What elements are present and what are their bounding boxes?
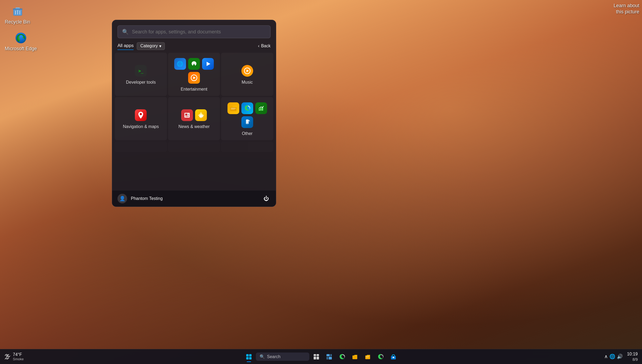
music-player-icon bbox=[241, 65, 253, 77]
developer-tools-label: Developer tools bbox=[126, 80, 156, 85]
svg-rect-51 bbox=[366, 357, 369, 358]
learn-picture-button[interactable]: Learn about this picture bbox=[614, 3, 639, 15]
start-menu: 🔍 All apps Category ▾ ‹ Back >_ Develope… bbox=[112, 20, 276, 207]
taskbar-files-button[interactable] bbox=[349, 351, 361, 363]
maps-icon bbox=[135, 109, 147, 121]
svg-rect-35 bbox=[246, 123, 248, 123]
toolbar: All apps Category ▾ ‹ Back bbox=[112, 42, 276, 50]
svg-point-8 bbox=[192, 62, 193, 64]
start-button[interactable] bbox=[243, 351, 255, 363]
category-row-1: >_ Developer tools 🌐 bbox=[115, 53, 273, 96]
groove-music-icon bbox=[202, 58, 214, 70]
system-tray: ∧ 🌐 🔊 10:19 8/9 bbox=[604, 351, 638, 362]
svg-rect-53 bbox=[393, 357, 394, 358]
category-placeholder-2[interactable] bbox=[168, 141, 220, 152]
svg-rect-43 bbox=[317, 357, 319, 359]
svg-rect-36 bbox=[246, 354, 249, 357]
category-row-3 bbox=[115, 141, 273, 152]
task-view-button[interactable] bbox=[310, 351, 322, 363]
terminal-icon: >_ bbox=[135, 65, 147, 77]
svg-rect-19 bbox=[188, 114, 189, 114]
svg-rect-44 bbox=[326, 354, 330, 356]
music-label: Music bbox=[242, 80, 253, 85]
svg-rect-40 bbox=[314, 354, 316, 356]
svg-rect-30 bbox=[231, 109, 235, 110]
svg-rect-39 bbox=[249, 357, 252, 359]
taskbar-search-button[interactable]: 🔍 Search bbox=[256, 351, 309, 363]
chevron-left-icon: ‹ bbox=[258, 44, 259, 48]
svg-rect-29 bbox=[231, 108, 236, 109]
taskbar-store-button[interactable] bbox=[388, 351, 399, 363]
svg-rect-45 bbox=[330, 354, 332, 356]
category-news-weather[interactable]: News & weather bbox=[168, 97, 220, 140]
svg-rect-47 bbox=[329, 357, 332, 359]
svg-rect-32 bbox=[260, 108, 261, 111]
xbox-icon bbox=[188, 58, 200, 70]
svg-rect-38 bbox=[246, 357, 249, 359]
taskbar: 🌫 74°F Smoke 🔍 Search bbox=[0, 349, 642, 364]
category-row-2: Navigation & maps bbox=[115, 97, 273, 140]
tray-expand-icon[interactable]: ∧ bbox=[604, 354, 608, 359]
weather-widget[interactable]: 🌫 74°F Smoke bbox=[4, 352, 24, 361]
connect-icon bbox=[241, 116, 253, 128]
clock-time: 10:19 bbox=[627, 351, 638, 357]
svg-point-9 bbox=[195, 62, 196, 64]
start-footer: 👤 Phantom Testing ⏻ bbox=[112, 190, 276, 207]
back-button[interactable]: ‹ Back bbox=[258, 44, 271, 48]
clock-date: 8/9 bbox=[627, 357, 638, 362]
system-clock[interactable]: 10:19 8/9 bbox=[627, 351, 638, 362]
apps-grid: >_ Developer tools 🌐 bbox=[112, 53, 276, 190]
search-input[interactable] bbox=[132, 29, 266, 35]
search-icon: 🔍 bbox=[122, 29, 129, 35]
category-entertainment[interactable]: 🌐 bbox=[168, 53, 220, 96]
category-placeholder-1[interactable] bbox=[115, 141, 167, 152]
media-player-icon bbox=[188, 72, 200, 84]
category-placeholder-3[interactable] bbox=[221, 141, 273, 152]
user-name: Phantom Testing bbox=[131, 196, 262, 201]
edge-label: Microsoft Edge bbox=[5, 46, 37, 52]
weather-temp: 74°F bbox=[13, 352, 24, 357]
tray-icons: ∧ 🌐 🔊 bbox=[604, 354, 623, 359]
money-icon bbox=[255, 102, 267, 114]
search-icon-taskbar: 🔍 bbox=[260, 354, 265, 359]
recycle-bin-label: Recycle Bin bbox=[5, 19, 30, 25]
category-other[interactable]: Other bbox=[221, 97, 273, 140]
tray-network-icon[interactable]: 🌐 bbox=[609, 354, 615, 359]
edge-image bbox=[14, 32, 27, 44]
svg-marker-14 bbox=[246, 69, 249, 72]
power-button[interactable]: ⏻ bbox=[262, 194, 271, 203]
search-bar[interactable]: 🔍 bbox=[117, 25, 271, 38]
tray-volume-icon[interactable]: 🔊 bbox=[617, 354, 623, 359]
taskbar-center: 🔍 Search bbox=[243, 351, 399, 363]
xbox-browser-icon: 🌐 bbox=[174, 58, 186, 70]
all-apps-button[interactable]: All apps bbox=[117, 42, 134, 50]
weather-icon bbox=[195, 109, 207, 121]
svg-rect-41 bbox=[317, 354, 319, 356]
recycle-bin-image bbox=[11, 5, 24, 18]
recycle-bin-icon[interactable]: Recycle Bin bbox=[3, 3, 32, 27]
news-weather-label: News & weather bbox=[178, 124, 210, 129]
file-explorer-icon bbox=[227, 102, 239, 114]
category-developer-tools[interactable]: >_ Developer tools bbox=[115, 53, 167, 96]
taskbar-edge-variant-button[interactable] bbox=[375, 351, 386, 363]
svg-point-27 bbox=[199, 115, 202, 118]
svg-rect-50 bbox=[366, 356, 369, 357]
edge-icon bbox=[241, 102, 253, 114]
svg-rect-46 bbox=[326, 357, 328, 359]
svg-rect-31 bbox=[259, 109, 260, 111]
taskbar-explorer-button[interactable] bbox=[362, 351, 374, 363]
svg-rect-2 bbox=[13, 9, 22, 10]
other-label: Other bbox=[242, 131, 253, 136]
svg-rect-18 bbox=[185, 116, 189, 117]
category-navigation[interactable]: Navigation & maps bbox=[115, 97, 167, 140]
edge-desktop-icon[interactable]: Microsoft Edge bbox=[3, 29, 39, 54]
user-avatar[interactable]: 👤 bbox=[117, 194, 127, 203]
svg-point-15 bbox=[140, 113, 142, 115]
taskbar-edge-button[interactable] bbox=[336, 351, 348, 363]
svg-rect-48 bbox=[352, 355, 357, 359]
category-button[interactable]: Category ▾ bbox=[137, 42, 165, 50]
widgets-button[interactable] bbox=[323, 351, 335, 363]
taskbar-search-bar[interactable]: 🔍 Search bbox=[256, 353, 309, 361]
svg-rect-17 bbox=[185, 114, 187, 115]
category-music[interactable]: Music bbox=[221, 53, 273, 96]
